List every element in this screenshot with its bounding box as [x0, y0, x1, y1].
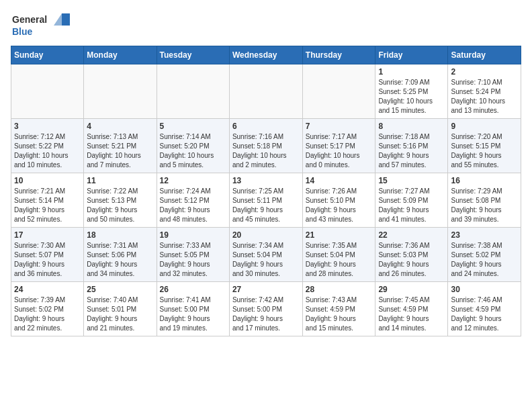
calendar-cell: 21Sunrise: 7:35 AM Sunset: 5:04 PM Dayli… [302, 228, 375, 282]
calendar-cell: 5Sunrise: 7:14 AM Sunset: 5:20 PM Daylig… [157, 119, 229, 173]
calendar-cell: 9Sunrise: 7:20 AM Sunset: 5:15 PM Daylig… [448, 119, 521, 173]
day-info: Sunrise: 7:24 AM Sunset: 5:12 PM Dayligh… [160, 187, 226, 224]
day-info: Sunrise: 7:31 AM Sunset: 5:06 PM Dayligh… [87, 241, 153, 279]
calendar-cell: 19Sunrise: 7:33 AM Sunset: 5:05 PM Dayli… [157, 228, 229, 282]
calendar-cell: 10Sunrise: 7:21 AM Sunset: 5:14 PM Dayli… [11, 173, 84, 228]
day-info: Sunrise: 7:45 AM Sunset: 4:59 PM Dayligh… [378, 295, 445, 333]
calendar-header-friday: Friday [375, 46, 448, 64]
day-info: Sunrise: 7:41 AM Sunset: 5:00 PM Dayligh… [160, 295, 226, 333]
calendar-week-1: 1Sunrise: 7:09 AM Sunset: 5:25 PM Daylig… [11, 64, 521, 119]
calendar-cell: 2Sunrise: 7:10 AM Sunset: 5:24 PM Daylig… [448, 64, 521, 119]
day-number: 23 [451, 230, 518, 240]
day-number: 10 [14, 176, 81, 185]
calendar-week-4: 17Sunrise: 7:30 AM Sunset: 5:07 PM Dayli… [11, 228, 521, 282]
day-info: Sunrise: 7:17 AM Sunset: 5:17 PM Dayligh… [306, 132, 373, 170]
day-info: Sunrise: 7:26 AM Sunset: 5:10 PM Dayligh… [306, 187, 373, 224]
day-number: 28 [306, 285, 373, 294]
day-number: 19 [160, 230, 226, 240]
calendar-week-2: 3Sunrise: 7:12 AM Sunset: 5:22 PM Daylig… [11, 119, 521, 173]
calendar-week-5: 24Sunrise: 7:39 AM Sunset: 5:02 PM Dayli… [11, 282, 521, 336]
day-info: Sunrise: 7:09 AM Sunset: 5:25 PM Dayligh… [378, 78, 445, 116]
calendar-cell: 17Sunrise: 7:30 AM Sunset: 5:07 PM Dayli… [11, 228, 84, 282]
calendar-cell: 18Sunrise: 7:31 AM Sunset: 5:06 PM Dayli… [84, 228, 157, 282]
day-number: 22 [378, 230, 445, 240]
logo: General Blue [11, 11, 71, 40]
day-info: Sunrise: 7:14 AM Sunset: 5:20 PM Dayligh… [160, 132, 226, 170]
day-number: 30 [451, 285, 518, 294]
calendar-cell: 24Sunrise: 7:39 AM Sunset: 5:02 PM Dayli… [11, 282, 84, 336]
day-info: Sunrise: 7:40 AM Sunset: 5:01 PM Dayligh… [87, 295, 153, 333]
day-info: Sunrise: 7:16 AM Sunset: 5:18 PM Dayligh… [232, 132, 300, 170]
day-info: Sunrise: 7:18 AM Sunset: 5:16 PM Dayligh… [378, 132, 445, 170]
calendar-cell: 30Sunrise: 7:46 AM Sunset: 4:59 PM Dayli… [448, 282, 521, 336]
day-info: Sunrise: 7:42 AM Sunset: 5:00 PM Dayligh… [232, 295, 300, 333]
day-info: Sunrise: 7:25 AM Sunset: 5:11 PM Dayligh… [232, 187, 300, 224]
calendar-cell: 25Sunrise: 7:40 AM Sunset: 5:01 PM Dayli… [84, 282, 157, 336]
day-number: 5 [160, 122, 226, 131]
calendar-cell: 3Sunrise: 7:12 AM Sunset: 5:22 PM Daylig… [11, 119, 84, 173]
day-info: Sunrise: 7:33 AM Sunset: 5:05 PM Dayligh… [160, 241, 226, 279]
day-info: Sunrise: 7:38 AM Sunset: 5:02 PM Dayligh… [451, 241, 518, 279]
day-number: 14 [306, 176, 373, 185]
calendar-cell [157, 64, 229, 119]
day-info: Sunrise: 7:22 AM Sunset: 5:13 PM Dayligh… [87, 187, 153, 224]
day-info: Sunrise: 7:20 AM Sunset: 5:15 PM Dayligh… [451, 132, 518, 170]
calendar-cell [302, 64, 375, 119]
day-info: Sunrise: 7:21 AM Sunset: 5:14 PM Dayligh… [14, 187, 81, 224]
calendar-cell: 8Sunrise: 7:18 AM Sunset: 5:16 PM Daylig… [375, 119, 448, 173]
calendar-cell: 27Sunrise: 7:42 AM Sunset: 5:00 PM Dayli… [229, 282, 302, 336]
calendar-cell: 12Sunrise: 7:24 AM Sunset: 5:12 PM Dayli… [157, 173, 229, 228]
day-number: 13 [232, 176, 300, 185]
page-header: General Blue [11, 11, 521, 40]
calendar-header-monday: Monday [84, 46, 157, 64]
calendar-table: SundayMondayTuesdayWednesdayThursdayFrid… [11, 46, 521, 336]
calendar-header-row: SundayMondayTuesdayWednesdayThursdayFrid… [11, 46, 521, 64]
day-number: 6 [232, 122, 300, 131]
day-number: 7 [306, 122, 373, 131]
day-number: 18 [87, 230, 153, 240]
day-number: 11 [87, 176, 153, 185]
calendar-cell: 7Sunrise: 7:17 AM Sunset: 5:17 PM Daylig… [302, 119, 375, 173]
calendar-header-saturday: Saturday [448, 46, 521, 64]
calendar-cell: 11Sunrise: 7:22 AM Sunset: 5:13 PM Dayli… [84, 173, 157, 228]
calendar-cell: 22Sunrise: 7:36 AM Sunset: 5:03 PM Dayli… [375, 228, 448, 282]
day-number: 24 [14, 285, 81, 294]
day-number: 8 [378, 122, 445, 131]
calendar-cell: 14Sunrise: 7:26 AM Sunset: 5:10 PM Dayli… [302, 173, 375, 228]
calendar-cell: 13Sunrise: 7:25 AM Sunset: 5:11 PM Dayli… [229, 173, 302, 228]
day-number: 21 [306, 230, 373, 240]
day-number: 29 [378, 285, 445, 294]
day-number: 9 [451, 122, 518, 131]
calendar-cell: 15Sunrise: 7:27 AM Sunset: 5:09 PM Dayli… [375, 173, 448, 228]
day-info: Sunrise: 7:46 AM Sunset: 4:59 PM Dayligh… [451, 295, 518, 333]
day-number: 20 [232, 230, 300, 240]
day-info: Sunrise: 7:29 AM Sunset: 5:08 PM Dayligh… [451, 187, 518, 224]
calendar-cell: 26Sunrise: 7:41 AM Sunset: 5:00 PM Dayli… [157, 282, 229, 336]
calendar-week-3: 10Sunrise: 7:21 AM Sunset: 5:14 PM Dayli… [11, 173, 521, 228]
day-number: 16 [451, 176, 518, 185]
day-number: 26 [160, 285, 226, 294]
calendar-cell: 29Sunrise: 7:45 AM Sunset: 4:59 PM Dayli… [375, 282, 448, 336]
calendar-cell: 23Sunrise: 7:38 AM Sunset: 5:02 PM Dayli… [448, 228, 521, 282]
day-info: Sunrise: 7:43 AM Sunset: 4:59 PM Dayligh… [306, 295, 373, 333]
day-info: Sunrise: 7:13 AM Sunset: 5:21 PM Dayligh… [87, 132, 153, 170]
day-number: 12 [160, 176, 226, 185]
day-number: 3 [14, 122, 81, 131]
calendar-cell [84, 64, 157, 119]
day-info: Sunrise: 7:30 AM Sunset: 5:07 PM Dayligh… [14, 241, 81, 279]
calendar-cell: 20Sunrise: 7:34 AM Sunset: 5:04 PM Dayli… [229, 228, 302, 282]
calendar-cell: 16Sunrise: 7:29 AM Sunset: 5:08 PM Dayli… [448, 173, 521, 228]
calendar-cell [229, 64, 302, 119]
calendar-header-wednesday: Wednesday [229, 46, 302, 64]
day-info: Sunrise: 7:12 AM Sunset: 5:22 PM Dayligh… [14, 132, 81, 170]
day-info: Sunrise: 7:39 AM Sunset: 5:02 PM Dayligh… [14, 295, 81, 333]
day-info: Sunrise: 7:10 AM Sunset: 5:24 PM Dayligh… [451, 78, 518, 116]
day-number: 25 [87, 285, 153, 294]
calendar-cell [11, 64, 84, 119]
svg-text:Blue: Blue [12, 26, 33, 37]
svg-text:General: General [12, 14, 47, 25]
day-number: 27 [232, 285, 300, 294]
day-info: Sunrise: 7:35 AM Sunset: 5:04 PM Dayligh… [306, 241, 373, 279]
logo-icon: General Blue [11, 11, 71, 40]
day-info: Sunrise: 7:27 AM Sunset: 5:09 PM Dayligh… [378, 187, 445, 224]
